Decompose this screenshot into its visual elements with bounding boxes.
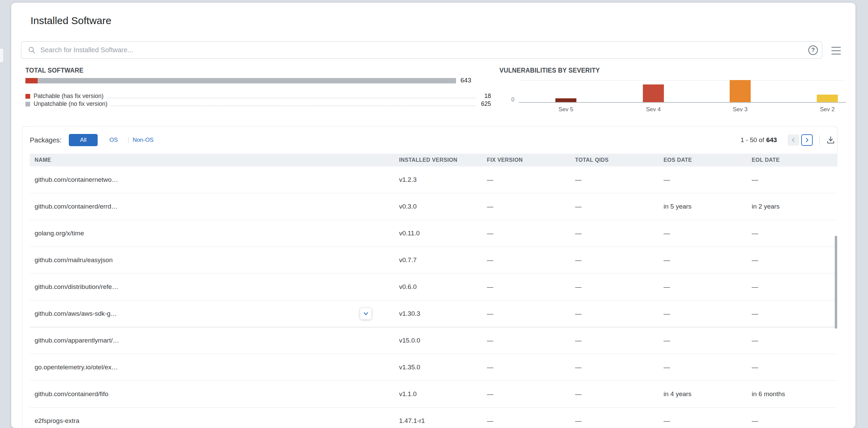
cell-name: github.com/mailru/easyjson — [35, 256, 399, 264]
severity-axis-label: Sev 2 — [820, 106, 834, 113]
total-software-bar — [25, 78, 456, 83]
table-row[interactable]: github.com/aws/aws-sdk-g…v1.30.3———— — [30, 300, 837, 327]
table-row[interactable]: github.com/containerd/fifov1.1.0——in 4 y… — [30, 381, 837, 408]
cell-eol-date: — — [752, 283, 837, 291]
search-input[interactable] — [36, 42, 808, 58]
cell-fix-version: — — [487, 390, 575, 398]
severity-bar-sev-4[interactable] — [643, 84, 664, 102]
help-icon[interactable]: ? — [808, 45, 818, 55]
cell-name: github.com/apparentlymart/… — [35, 337, 399, 344]
cell-total-qids: — — [575, 256, 664, 264]
cell-installed-version: v1.2.3 — [399, 176, 487, 183]
cell-eos-date: — — [664, 283, 752, 291]
cell-fix-version: — — [487, 176, 575, 183]
toolbar-divider — [820, 135, 820, 145]
cell-installed-version: 1.47.1-r1 — [399, 417, 487, 425]
column-header-fix-version[interactable]: FIX VERSION — [487, 157, 575, 163]
legend-swatch — [25, 94, 30, 99]
cell-eol-date: — — [752, 417, 837, 425]
severity-bar-sev-3[interactable] — [730, 80, 751, 102]
bar-segment — [25, 78, 38, 83]
scrollbar-thumb[interactable] — [835, 236, 837, 329]
cell-installed-version: v1.35.0 — [399, 364, 487, 371]
legend-value: 625 — [479, 100, 491, 108]
cell-eol-date: — — [752, 176, 837, 183]
page-title: Installed Software — [31, 15, 111, 26]
severity-chart: Sev 5Sev 4Sev 3Sev 2 — [519, 80, 846, 103]
cell-total-qids: — — [575, 364, 664, 371]
chevron-down-icon — [362, 310, 369, 317]
severity-axis-label: Sev 5 — [558, 106, 573, 113]
table-row[interactable]: github.com/containernetwo…v1.2.3———— — [30, 167, 837, 193]
legend-item: Patchable (has fix version)18 — [25, 92, 491, 100]
severity-title: VULNERABILITIES BY SEVERITY — [499, 66, 600, 74]
cell-eos-date: — — [664, 337, 752, 344]
table-row[interactable]: github.com/mailru/easyjsonv0.7.7———— — [30, 247, 837, 274]
download-button[interactable] — [825, 134, 836, 146]
chevron-right-icon — [804, 137, 810, 143]
packages-panel: Packages: All OS Non-OS 1 - 50 of643 — [22, 126, 837, 428]
chevron-left-icon — [791, 137, 796, 143]
table-row[interactable]: e2fsprogs-extra1.47.1-r1———— — [30, 408, 837, 428]
search-bar: ? — [21, 41, 822, 59]
column-header-total-qids[interactable]: TOTAL QIDS — [575, 157, 664, 163]
packages-label: Packages: — [30, 127, 61, 154]
table-header: NAME INSTALLED VERSION FIX VERSION TOTAL… — [30, 154, 837, 167]
cell-name: go.opentelemetry.io/otel/ex… — [35, 364, 399, 371]
cell-eol-date: — — [752, 310, 837, 317]
table-row[interactable]: go.opentelemetry.io/otel/ex…v1.35.0———— — [30, 354, 837, 381]
cell-fix-version: — — [487, 417, 575, 425]
cell-fix-version: — — [487, 230, 575, 237]
cell-eos-date: — — [664, 230, 752, 237]
filter-divider — [128, 137, 129, 143]
pagination-total: 643 — [766, 136, 777, 143]
cell-installed-version: v0.7.7 — [399, 256, 487, 264]
column-header-eol-date[interactable]: EOL DATE — [752, 157, 837, 163]
cell-fix-version: — — [487, 364, 575, 371]
cell-total-qids: — — [575, 283, 664, 291]
cell-eos-date: — — [664, 364, 752, 371]
dotted-leader — [111, 105, 475, 106]
download-icon — [826, 135, 835, 145]
total-software-legend: Patchable (has fix version)18Unpatchable… — [25, 92, 491, 108]
cell-eos-date: — — [664, 256, 752, 264]
severity-axis-label: Sev 4 — [646, 106, 660, 113]
column-header-eos-date[interactable]: EOS DATE — [664, 157, 752, 163]
cell-name: e2fsprogs-extra — [35, 417, 399, 425]
filter-all-button[interactable]: All — [69, 134, 98, 146]
cell-name: github.com/containerd/errd… — [35, 203, 399, 210]
cell-installed-version: v1.30.3 — [399, 310, 487, 317]
legend-value: 18 — [479, 93, 491, 100]
table-row[interactable]: github.com/apparentlymart/…v15.0.0———— — [30, 327, 837, 354]
legend-item: Unpatchable (no fix version)625 — [25, 100, 491, 108]
cell-name: github.com/distribution/refe… — [35, 283, 399, 291]
bar-segment — [38, 78, 456, 83]
severity-y-axis-zero: 0 — [504, 97, 514, 103]
cell-name: golang.org/x/time — [35, 230, 399, 237]
side-panel-handle[interactable] — [0, 48, 4, 63]
next-page-button[interactable] — [801, 134, 813, 146]
column-header-name[interactable]: NAME — [35, 157, 399, 163]
cell-eos-date: — — [664, 310, 752, 317]
cell-name: github.com/containerd/fifo — [35, 390, 399, 398]
severity-bar-sev-5[interactable] — [555, 98, 576, 102]
severity-bar-sev-2[interactable] — [817, 95, 838, 102]
cell-installed-version: v0.6.0 — [399, 283, 487, 291]
expand-row-button[interactable] — [360, 308, 372, 319]
cell-total-qids: — — [575, 203, 664, 210]
cell-installed-version: v15.0.0 — [399, 337, 487, 344]
cell-fix-version: — — [487, 283, 575, 291]
cell-installed-version: v0.3.0 — [399, 203, 487, 210]
prev-page-button[interactable] — [788, 134, 799, 146]
table-row[interactable]: golang.org/x/timev0.11.0———— — [30, 220, 837, 247]
cell-eos-date: in 4 years — [664, 390, 752, 398]
column-header-installed-version[interactable]: INSTALLED VERSION — [399, 157, 487, 163]
cell-name: github.com/containernetwo… — [35, 176, 399, 183]
cell-eol-date: in 6 months — [752, 390, 837, 398]
menu-button[interactable] — [831, 47, 841, 55]
cell-fix-version: — — [487, 337, 575, 344]
filter-nonos-button[interactable]: Non-OS — [133, 134, 153, 146]
table-row[interactable]: github.com/distribution/refe…v0.6.0———— — [30, 274, 837, 300]
table-row[interactable]: github.com/containerd/errd…v0.3.0——in 5 … — [30, 193, 837, 220]
filter-os-button[interactable]: OS — [110, 134, 118, 146]
